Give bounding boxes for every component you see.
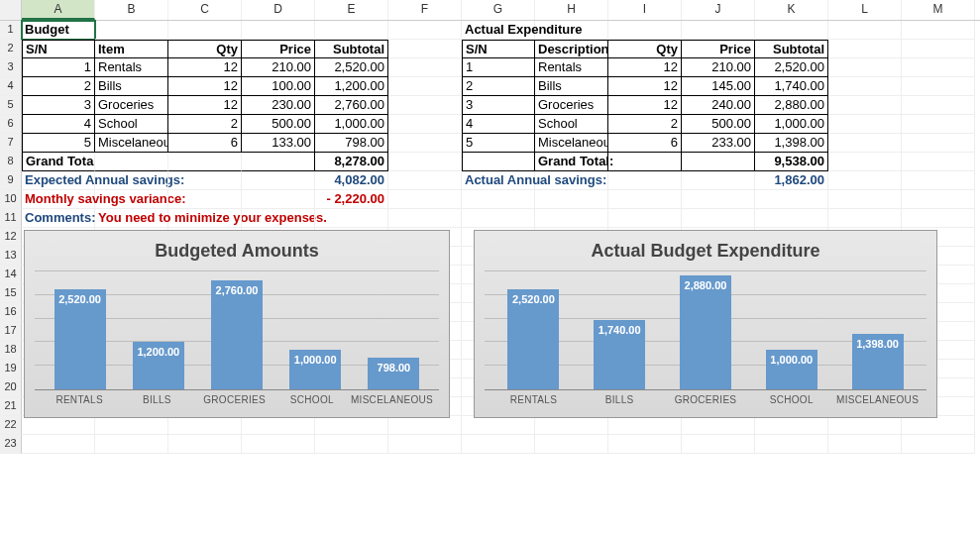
cell-A1[interactable]: Budget [22, 21, 95, 40]
cell-A23[interactable] [22, 435, 95, 454]
cell-C23[interactable] [168, 435, 242, 454]
cell-M8[interactable] [902, 153, 975, 171]
cell-F3[interactable] [388, 58, 462, 77]
cell-B6[interactable]: School [95, 115, 168, 134]
row-header-16[interactable]: 16 [0, 303, 22, 322]
row-header-12[interactable]: 12 [0, 228, 22, 247]
cell-M5[interactable] [902, 96, 975, 115]
cell-K4[interactable]: 1,740.00 [755, 77, 828, 96]
cell-E9[interactable]: 4,082.00 [315, 171, 388, 190]
row-header-7[interactable]: 7 [0, 134, 22, 153]
cell-F6[interactable] [388, 115, 462, 134]
cell-K9[interactable]: 1,862.00 [755, 171, 828, 190]
cell-E4[interactable]: 1,200.00 [315, 77, 388, 96]
cell-G23[interactable] [462, 435, 535, 454]
cell-F9[interactable] [388, 171, 462, 190]
cell-L3[interactable] [828, 58, 902, 77]
bar-school[interactable]: 1,000.00 [766, 350, 817, 389]
cell-B22[interactable] [95, 416, 168, 435]
cell-L7[interactable] [828, 134, 902, 153]
col-header-E[interactable]: E [315, 0, 388, 20]
cell-B5[interactable]: Groceries [95, 96, 168, 115]
cell-G9[interactable]: Actual Annual savings: [462, 171, 535, 190]
cell-F7[interactable] [388, 134, 462, 153]
cell-K6[interactable]: 1,000.00 [755, 115, 828, 134]
bar-school[interactable]: 1,000.00 [289, 350, 341, 389]
cell-M11[interactable] [902, 209, 975, 228]
cell-G2[interactable]: S/N [462, 40, 535, 58]
col-header-G[interactable]: G [462, 0, 535, 20]
row-header-17[interactable]: 17 [0, 322, 22, 341]
cell-E2[interactable]: Subtotal [315, 40, 388, 58]
select-all-corner[interactable] [0, 0, 22, 20]
cell-E5[interactable]: 2,760.00 [315, 96, 388, 115]
cell-F5[interactable] [388, 96, 462, 115]
cell-K22[interactable] [755, 416, 828, 435]
cell-C5[interactable]: 12 [168, 96, 242, 115]
cell-G3[interactable]: 1 [462, 58, 535, 77]
cell-B10[interactable] [95, 190, 168, 209]
cell-L6[interactable] [828, 115, 902, 134]
row-header-8[interactable]: 8 [0, 153, 22, 171]
cell-A2[interactable]: S/N [22, 40, 95, 58]
cell-I2[interactable]: Qty [608, 40, 682, 58]
row-header-11[interactable]: 11 [0, 209, 22, 228]
row-header-4[interactable]: 4 [0, 77, 22, 96]
cell-M1[interactable] [902, 21, 975, 40]
cell-B3[interactable]: Rentals [95, 58, 168, 77]
row-header-14[interactable]: 14 [0, 266, 22, 284]
cell-J1[interactable] [682, 21, 755, 40]
row-header-21[interactable]: 21 [0, 397, 22, 416]
cell-M7[interactable] [902, 134, 975, 153]
cell-A22[interactable] [22, 416, 95, 435]
cell-A8[interactable]: Grand Total: [22, 153, 95, 171]
cell-I11[interactable] [608, 209, 682, 228]
cell-C22[interactable] [168, 416, 242, 435]
cell-F8[interactable] [388, 153, 462, 171]
cell-C4[interactable]: 12 [168, 77, 242, 96]
cell-F1[interactable] [388, 21, 462, 40]
cell-H11[interactable] [535, 209, 608, 228]
cell-H7[interactable]: Miscelaneous [535, 134, 608, 153]
cell-L4[interactable] [828, 77, 902, 96]
cell-H2[interactable]: Description [535, 40, 608, 58]
cell-E8[interactable]: 8,278.00 [315, 153, 388, 171]
cell-I5[interactable]: 12 [608, 96, 682, 115]
cell-A4[interactable]: 2 [22, 77, 95, 96]
bar-rentals[interactable]: 2,520.00 [507, 289, 559, 389]
cell-D1[interactable] [242, 21, 315, 40]
cell-C8[interactable] [168, 153, 242, 171]
cell-D22[interactable] [242, 416, 315, 435]
cell-F2[interactable] [388, 40, 462, 58]
cell-C10[interactable] [168, 190, 242, 209]
cell-E23[interactable] [315, 435, 388, 454]
cell-K8[interactable]: 9,538.00 [755, 153, 828, 171]
cell-M22[interactable] [902, 416, 975, 435]
cell-B8[interactable] [95, 153, 168, 171]
bar-miscelaneous[interactable]: 798.00 [368, 358, 419, 389]
cell-E1[interactable] [315, 21, 388, 40]
col-header-I[interactable]: I [608, 0, 682, 20]
bar-groceries[interactable]: 2,880.00 [680, 275, 731, 389]
cell-J11[interactable] [682, 209, 755, 228]
cell-F4[interactable] [388, 77, 462, 96]
cell-I22[interactable] [608, 416, 682, 435]
cell-K2[interactable]: Subtotal [755, 40, 828, 58]
cell-C9[interactable] [168, 171, 242, 190]
cell-I7[interactable]: 6 [608, 134, 682, 153]
cell-L5[interactable] [828, 96, 902, 115]
col-header-F[interactable]: F [388, 0, 462, 20]
cell-C1[interactable] [168, 21, 242, 40]
cell-D3[interactable]: 210.00 [242, 58, 315, 77]
cell-H8[interactable]: Grand Total: [535, 153, 608, 171]
cell-H4[interactable]: Bills [535, 77, 608, 96]
cell-J22[interactable] [682, 416, 755, 435]
chart-budgeted[interactable]: Budgeted Amounts 2,520.001,200.002,760.0… [24, 230, 450, 418]
cell-J7[interactable]: 233.00 [682, 134, 755, 153]
cell-D6[interactable]: 500.00 [242, 115, 315, 134]
cell-D5[interactable]: 230.00 [242, 96, 315, 115]
cell-G22[interactable] [462, 416, 535, 435]
cell-L1[interactable] [828, 21, 902, 40]
cell-I9[interactable] [608, 171, 682, 190]
cell-E6[interactable]: 1,000.00 [315, 115, 388, 134]
